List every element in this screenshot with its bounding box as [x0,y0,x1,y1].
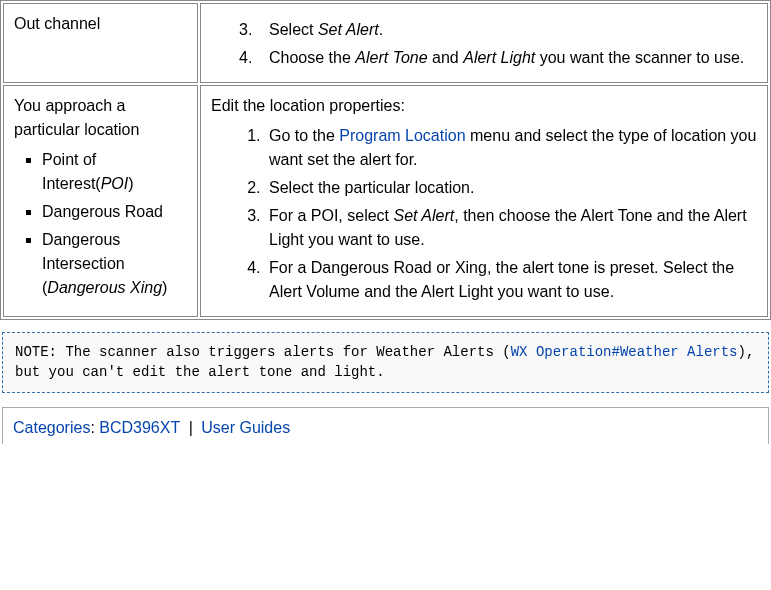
row2-steps-list: Go to the Program Location menu and sele… [211,124,757,304]
row2-left-heading: You approach a particular location [14,97,139,138]
categories-box: Categories: BCD396XT | User Guides [2,407,769,444]
table-row: You approach a particular location Point… [3,85,768,317]
instructions-table: Out channel Select Set Alert. Choose the… [0,0,771,320]
list-item: Select Set Alert. [265,18,757,42]
list-item: Choose the Alert Tone and Alert Light yo… [265,46,757,70]
list-item: Select the particular location. [265,176,757,200]
list-item: Point of Interest(POI) [42,148,187,196]
row2-right-heading: Edit the location properties: [211,97,405,114]
category-bcd396xt-link[interactable]: BCD396XT [99,419,180,436]
list-item: For a POI, select Set Alert, then choose… [265,204,757,252]
program-location-link[interactable]: Program Location [339,127,465,144]
note-box: NOTE: The scanner also triggers alerts f… [2,332,769,393]
categories-link[interactable]: Categories [13,419,90,436]
row2-right-cell: Edit the location properties: Go to the … [200,85,768,317]
wx-operation-link[interactable]: WX Operation#Weather Alerts [511,344,738,360]
list-item: Dangerous Road [42,200,187,224]
list-item: Go to the Program Location menu and sele… [265,124,757,172]
category-user-guides-link[interactable]: User Guides [201,419,290,436]
row1-right-cell: Select Set Alert. Choose the Alert Tone … [200,3,768,83]
row1-left-text: Out channel [14,15,100,32]
list-item: Dangerous Intersection (Dangerous Xing) [42,228,187,300]
row2-left-cell: You approach a particular location Point… [3,85,198,317]
table-row: Out channel Select Set Alert. Choose the… [3,3,768,83]
row1-left-cell: Out channel [3,3,198,83]
row1-steps-list: Select Set Alert. Choose the Alert Tone … [211,18,757,70]
row2-left-bullets: Point of Interest(POI) Dangerous Road Da… [14,148,187,300]
list-item: For a Dangerous Road or Xing, the alert … [265,256,757,304]
